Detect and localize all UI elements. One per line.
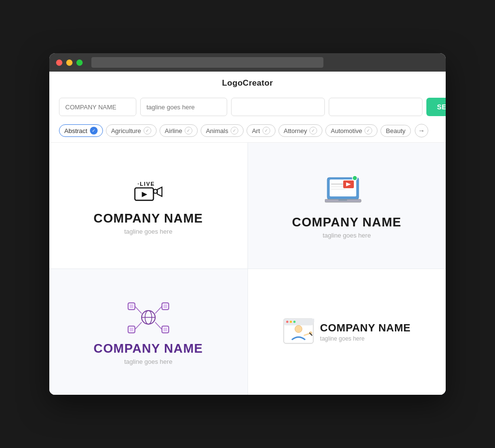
svg-text:·LIVE: ·LIVE — [137, 181, 155, 187]
logo-card-2[interactable]: COMPANY NAME tagline goes here — [248, 143, 446, 269]
logo3-company-name: COMPANY NAME — [94, 341, 203, 356]
logo2-tagline: tagline goes here — [322, 232, 371, 239]
logo3-tagline: tagline goes here — [124, 358, 173, 365]
extra-input-1[interactable] — [231, 98, 325, 116]
svg-marker-2 — [142, 192, 147, 197]
logo-card-3[interactable]: COMPANY NAME tagline goes here — [49, 269, 248, 395]
svg-rect-18 — [130, 304, 133, 308]
svg-rect-13 — [338, 199, 347, 201]
tagline-input[interactable] — [140, 98, 227, 116]
category-abstract[interactable]: Abstract ✓ — [59, 124, 103, 137]
category-airline-label: Airline — [165, 127, 182, 134]
maximize-button[interactable] — [76, 60, 83, 66]
logo4-company-name: COMPANY NAME — [320, 322, 410, 334]
svg-rect-31 — [289, 318, 314, 322]
next-categories-button[interactable]: → — [415, 124, 428, 137]
svg-point-35 — [295, 325, 302, 332]
category-attorney[interactable]: Attorney ✓ — [278, 124, 322, 137]
minimize-button[interactable] — [66, 60, 73, 66]
svg-rect-8 — [331, 189, 346, 190]
category-agriculture-label: Agriculture — [111, 127, 141, 134]
category-animals-label: Animals — [206, 127, 228, 134]
category-animals[interactable]: Animals ✓ — [201, 124, 244, 137]
svg-point-34 — [293, 320, 296, 323]
svg-line-25 — [135, 306, 142, 314]
search-bar: SEARCH — [49, 93, 446, 121]
logo-card-1[interactable]: ·LIVE COMPANY NAME tagline goes here — [49, 143, 248, 269]
svg-point-33 — [290, 320, 292, 323]
logo1-company-name: COMPANY NAME — [94, 211, 203, 226]
svg-point-11 — [352, 176, 357, 180]
category-art[interactable]: Art ✓ — [247, 124, 276, 137]
category-automotive-label: Automotive — [331, 127, 362, 134]
category-agriculture[interactable]: Agriculture ✓ — [106, 124, 157, 137]
logo4-inline-container: COMPANY NAME tagline goes here — [283, 316, 410, 348]
category-beauty-label: Beauty — [386, 127, 405, 134]
logo-icon-3 — [124, 299, 173, 335]
check-outline-icon: ✓ — [309, 127, 317, 134]
check-outline-icon: ✓ — [144, 127, 151, 134]
svg-point-3 — [153, 190, 157, 194]
titlebar — [49, 53, 446, 72]
company-name-input[interactable] — [59, 98, 136, 116]
svg-line-27 — [135, 322, 142, 329]
app-window: LogoCreator SEARCH Abstract ✓ Agricultur… — [49, 53, 446, 395]
category-beauty[interactable]: Beauty — [380, 125, 410, 137]
category-bar: Abstract ✓ Agriculture ✓ Airline ✓ Anima… — [49, 121, 446, 143]
category-automotive[interactable]: Automotive ✓ — [325, 124, 378, 137]
logo-icon-2 — [325, 173, 368, 209]
url-bar[interactable] — [91, 57, 323, 68]
logo1-tagline: tagline goes here — [124, 228, 173, 235]
search-button[interactable]: SEARCH — [426, 98, 446, 116]
check-icon: ✓ — [90, 127, 98, 134]
svg-point-32 — [286, 320, 289, 323]
close-button[interactable] — [56, 60, 62, 66]
extra-input-2[interactable] — [329, 98, 422, 116]
logo-card-4[interactable]: COMPANY NAME tagline goes here — [248, 269, 446, 395]
svg-rect-20 — [163, 304, 167, 308]
category-airline[interactable]: Airline ✓ — [160, 124, 198, 137]
logo4-tagline: tagline goes here — [320, 335, 410, 342]
category-art-label: Art — [252, 127, 260, 134]
check-outline-icon: ✓ — [364, 127, 372, 134]
category-attorney-label: Attorney — [284, 127, 307, 134]
app-title: LogoCreator — [49, 72, 446, 93]
svg-rect-6 — [331, 183, 343, 185]
check-outline-icon: ✓ — [185, 127, 192, 134]
svg-line-26 — [155, 306, 162, 314]
logo-icon-1: ·LIVE — [129, 176, 168, 205]
check-outline-icon: ✓ — [231, 127, 238, 134]
logo-grid: ·LIVE COMPANY NAME tagline goes here — [49, 143, 446, 395]
svg-rect-22 — [130, 328, 133, 331]
logo4-text-block: COMPANY NAME tagline goes here — [320, 322, 410, 342]
check-outline-icon: ✓ — [262, 127, 270, 134]
svg-rect-24 — [163, 328, 167, 331]
svg-line-28 — [155, 322, 162, 329]
logo2-company-name: COMPANY NAME — [292, 215, 401, 230]
category-abstract-label: Abstract — [64, 127, 87, 134]
